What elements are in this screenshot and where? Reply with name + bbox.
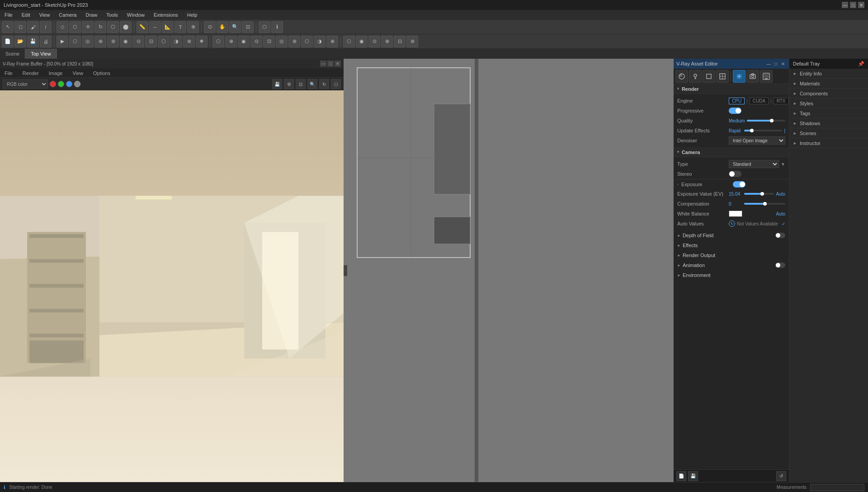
vray-extra5[interactable]: ⊡: [263, 36, 275, 47]
exposure-toggle[interactable]: [733, 181, 745, 187]
menu-draw[interactable]: Draw: [84, 11, 99, 19]
update-effects-slider[interactable]: [744, 130, 782, 131]
auto-values-icon[interactable]: ↻: [729, 220, 735, 227]
render-menu-image[interactable]: Image: [47, 70, 65, 77]
menu-edit[interactable]: Edit: [20, 11, 32, 19]
tray-components[interactable]: ► Components: [789, 89, 868, 98]
cpu-btn[interactable]: CPU: [729, 98, 745, 104]
vray-extra2[interactable]: ⊕: [225, 36, 237, 47]
vray-render9[interactable]: ⬡: [158, 36, 170, 47]
model-info[interactable]: ℹ: [271, 21, 283, 33]
render-menu-options[interactable]: Options: [91, 70, 112, 77]
color-mode-dropdown[interactable]: RGB color: [3, 80, 48, 89]
menu-tools[interactable]: Tools: [104, 11, 120, 19]
vray-render4[interactable]: ⊕: [94, 36, 106, 47]
depth-of-field-header[interactable]: ► Depth of Field: [674, 230, 789, 240]
scene-tab-top[interactable]: Top View: [25, 49, 57, 59]
text-tool[interactable]: T: [175, 21, 186, 33]
line-tool[interactable]: /: [40, 21, 52, 33]
menu-camera[interactable]: Camera: [57, 11, 78, 19]
wb-auto[interactable]: Auto: [776, 211, 785, 216]
camera-section-header[interactable]: ▼ Camera: [674, 147, 789, 157]
vray-extra10[interactable]: ⊕: [326, 36, 338, 47]
vray-extra9[interactable]: ◑: [314, 36, 326, 47]
render-menu-file[interactable]: File: [3, 70, 14, 77]
view-btn2[interactable]: ◉: [356, 36, 368, 47]
view-btn1[interactable]: ⬡: [343, 36, 355, 47]
vray-materials-btn[interactable]: [675, 70, 688, 83]
pan-tool[interactable]: ✋: [217, 21, 228, 33]
ev-slider[interactable]: [744, 193, 774, 195]
denoiser-dropdown[interactable]: Intel Open Image: [729, 136, 785, 145]
viewport-3d[interactable]: ‹: [344, 59, 674, 482]
vray-minimize[interactable]: —: [765, 61, 772, 67]
vray-render11[interactable]: ⊛: [183, 36, 195, 47]
comp-slider[interactable]: [744, 203, 785, 205]
rtx-btn[interactable]: RTX: [774, 98, 789, 104]
cuda-btn[interactable]: CUDA: [750, 98, 769, 104]
new-btn[interactable]: 📄: [2, 36, 14, 47]
update-end-marker[interactable]: |: [784, 128, 785, 133]
dimension-tool[interactable]: ↔: [149, 21, 161, 33]
tray-instructor[interactable]: ► Instructor: [789, 138, 868, 148]
minimize-button[interactable]: —: [842, 2, 848, 8]
render-minimize[interactable]: —: [320, 61, 326, 67]
print-btn[interactable]: 🖨: [40, 36, 52, 47]
vray-camera-btn[interactable]: [746, 70, 759, 83]
render-refresh[interactable]: ↻: [319, 79, 329, 89]
progressive-toggle[interactable]: [729, 108, 741, 114]
tray-pin-icon[interactable]: 📌: [858, 61, 864, 67]
vray-geometry-btn[interactable]: [703, 70, 715, 83]
vray-render12[interactable]: ❖: [196, 36, 208, 47]
vray-extra1[interactable]: ⬡: [212, 36, 224, 47]
render-settings[interactable]: ⚙: [284, 79, 294, 89]
eraser-tool[interactable]: ◻: [14, 21, 26, 33]
zoom-extents[interactable]: ⊡: [242, 21, 254, 33]
menu-file[interactable]: File: [3, 11, 14, 19]
view-btn4[interactable]: ⊕: [381, 36, 393, 47]
paint-tool[interactable]: 🖌: [27, 21, 39, 33]
vray-reset-btn[interactable]: ↺: [776, 471, 786, 481]
open-btn[interactable]: 📂: [14, 36, 26, 47]
vray-close[interactable]: ✕: [780, 61, 786, 67]
shape-tool[interactable]: ◇: [57, 21, 68, 33]
tape-measure[interactable]: 📏: [137, 21, 148, 33]
render-output-header[interactable]: ► Render Output: [674, 250, 789, 260]
render-menu-render[interactable]: Render: [21, 70, 41, 77]
render-section-header[interactable]: ▼ Render: [674, 84, 789, 94]
tray-tags[interactable]: ► Tags: [789, 108, 868, 118]
vray-render2[interactable]: ⬡: [69, 36, 81, 47]
view-btn3[interactable]: ⊙: [368, 36, 380, 47]
tray-scenes[interactable]: ► Scenes: [789, 128, 868, 138]
render-maximize[interactable]: □: [327, 61, 334, 67]
axes-tool[interactable]: ⊕: [187, 21, 199, 33]
tray-entity-info[interactable]: ► Entity Info: [789, 69, 868, 79]
close-button[interactable]: ✕: [858, 2, 864, 8]
scene-tab-scene[interactable]: Scene: [0, 49, 25, 59]
vray-render10[interactable]: ◑: [170, 36, 182, 47]
vray-render1[interactable]: ▶: [57, 36, 68, 47]
vray-save-btn[interactable]: 💾: [688, 471, 698, 481]
red-channel[interactable]: [50, 81, 56, 87]
vray-extra4[interactable]: ⊙: [250, 36, 262, 47]
white-balance-swatch[interactable]: [729, 211, 742, 217]
tray-materials[interactable]: ► Materials: [789, 79, 868, 89]
menu-view[interactable]: View: [38, 11, 52, 19]
orbit-tool[interactable]: ⊙: [204, 21, 216, 33]
menu-extensions[interactable]: Extensions: [152, 11, 180, 19]
offset-tool[interactable]: ⬤: [120, 21, 132, 33]
dof-toggle[interactable]: [775, 233, 785, 238]
render-crop[interactable]: ⊡: [296, 79, 306, 89]
move-tool[interactable]: ✛: [82, 21, 94, 33]
render-zoom[interactable]: 🔍: [307, 79, 317, 89]
maximize-button[interactable]: □: [850, 2, 856, 8]
animation-header[interactable]: ► Animation: [674, 260, 789, 270]
scale-tool[interactable]: ⬡: [107, 21, 119, 33]
render-menu-view[interactable]: View: [71, 70, 85, 77]
anim-toggle[interactable]: [775, 262, 785, 268]
viewport-expand-left[interactable]: ‹: [344, 265, 347, 276]
view-btn6[interactable]: ⊛: [406, 36, 418, 47]
select-tool[interactable]: ↖: [2, 21, 14, 33]
tray-styles[interactable]: ► Styles: [789, 98, 868, 108]
ev-auto[interactable]: Auto: [776, 192, 785, 197]
